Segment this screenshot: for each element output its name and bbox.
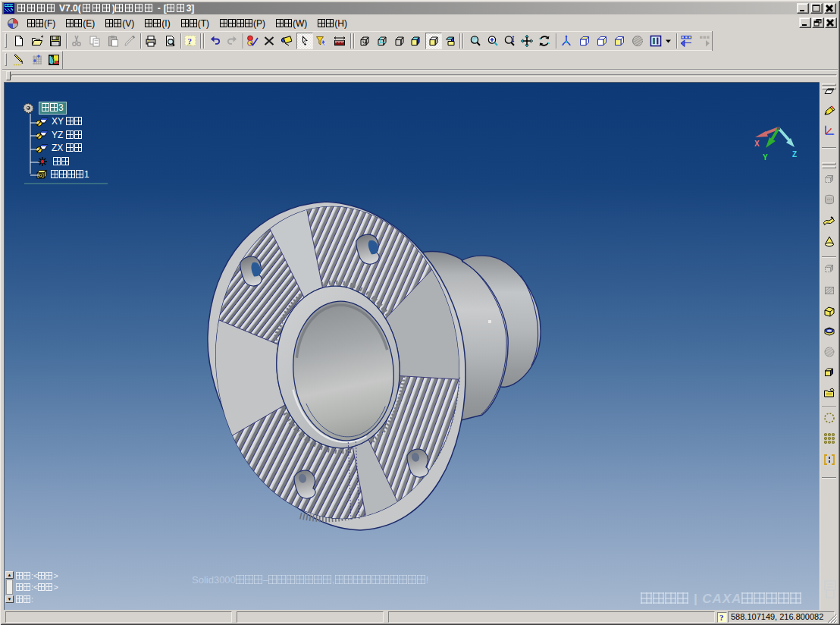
- svg-text:Z: Z: [792, 150, 797, 159]
- svg-text:Y: Y: [763, 153, 768, 162]
- svg-text:?: ?: [719, 613, 724, 622]
- svg-text:X: X: [754, 140, 760, 148]
- svg-text:?: ?: [188, 36, 193, 46]
